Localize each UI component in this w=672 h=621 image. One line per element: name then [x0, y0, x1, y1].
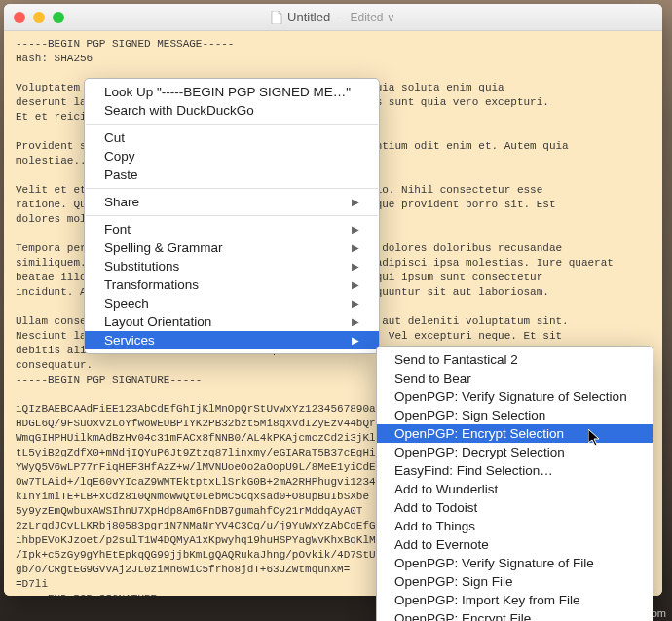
services-item-label: EasyFind: Find Selection… [394, 463, 553, 478]
menu-copy-label: Copy [104, 149, 135, 164]
services-item-label: OpenPGP: Encrypt Selection [394, 426, 564, 441]
menu-copy[interactable]: Copy [85, 147, 379, 165]
services-item-label: Add to Things [394, 519, 475, 533]
menu-share-label: Share [104, 195, 139, 209]
menu-speech[interactable]: Speech▶ [85, 294, 379, 312]
menu-cut[interactable]: Cut [85, 128, 379, 147]
menu-separator [86, 124, 378, 125]
services-item-label: OpenPGP: Verify Signature of Selection [394, 389, 627, 404]
services-item-label: Add to Wunderlist [394, 482, 498, 496]
menu-lookup[interactable]: Look Up "-----BEGIN PGP SIGNED ME…" [85, 83, 379, 101]
services-item[interactable]: Add to Wunderlist [377, 480, 653, 498]
services-item-label: OpenPGP: Decrypt Selection [394, 445, 565, 459]
services-item[interactable]: OpenPGP: Encrypt Selection [377, 424, 653, 443]
services-item[interactable]: Add to Evernote [377, 535, 653, 554]
chevron-right-icon: ▶ [352, 279, 359, 290]
services-item[interactable]: Send to Fantastical 2 [377, 350, 653, 369]
services-item-label: OpenPGP: Encrypt File [394, 611, 531, 621]
menu-separator [86, 188, 378, 189]
menu-services-label: Services [104, 333, 155, 347]
services-item-label: OpenPGP: Sign Selection [394, 408, 545, 422]
services-item[interactable]: EasyFind: Find Selection… [377, 461, 653, 480]
services-item[interactable]: OpenPGP: Sign Selection [377, 406, 653, 424]
menu-lookup-label: Look Up "-----BEGIN PGP SIGNED ME…" [104, 85, 351, 99]
chevron-right-icon: ▶ [352, 261, 359, 272]
chevron-right-icon: ▶ [352, 224, 359, 235]
chevron-right-icon: ▶ [352, 335, 359, 346]
menu-font[interactable]: Font▶ [85, 220, 379, 238]
context-menu: Look Up "-----BEGIN PGP SIGNED ME…" Sear… [84, 78, 380, 354]
menu-search-label: Search with DuckDuckGo [104, 103, 254, 118]
services-item-label: Send to Bear [394, 371, 471, 385]
chevron-right-icon: ▶ [352, 316, 359, 327]
services-item-label: Add to Evernote [394, 537, 489, 552]
traffic-lights [14, 12, 64, 23]
titlebar: Untitled — Edited ∨ [4, 4, 662, 31]
services-item[interactable]: OpenPGP: Verify Signature of File [377, 554, 653, 572]
services-item-label: Add to Todoist [394, 500, 477, 515]
services-item[interactable]: Send to Bear [377, 369, 653, 387]
close-button[interactable] [14, 12, 25, 23]
services-submenu: Send to Fantastical 2Send to BearOpenPGP… [376, 346, 653, 621]
minimize-button[interactable] [33, 12, 45, 23]
edited-label[interactable]: — Edited ∨ [335, 11, 395, 24]
menu-search[interactable]: Search with DuckDuckGo [85, 101, 379, 120]
services-item[interactable]: OpenPGP: Sign File [377, 572, 653, 591]
menu-paste[interactable]: Paste [85, 165, 379, 184]
chevron-right-icon: ▶ [352, 242, 359, 253]
document-icon [271, 11, 282, 24]
services-item[interactable]: OpenPGP: Import Key from File [377, 591, 653, 609]
menu-share[interactable]: Share▶ [85, 193, 379, 211]
services-item-label: Send to Fantastical 2 [394, 352, 518, 367]
menu-layout[interactable]: Layout Orientation▶ [85, 312, 379, 331]
menu-substitutions[interactable]: Substitutions▶ [85, 257, 379, 275]
menu-speech-label: Speech [104, 296, 149, 310]
services-item[interactable]: Add to Things [377, 517, 653, 535]
menu-cut-label: Cut [104, 130, 125, 145]
services-item[interactable]: OpenPGP: Decrypt Selection [377, 443, 653, 461]
services-item[interactable]: Add to Todoist [377, 498, 653, 517]
menu-transformations[interactable]: Transformations▶ [85, 275, 379, 294]
menu-spelling[interactable]: Spelling & Grammar▶ [85, 238, 379, 257]
menu-substitutions-label: Substitutions [104, 259, 179, 274]
services-item-label: OpenPGP: Sign File [394, 574, 513, 589]
zoom-button[interactable] [53, 12, 64, 23]
menu-services[interactable]: Services▶ [85, 331, 379, 349]
services-item-label: OpenPGP: Verify Signature of File [394, 556, 594, 570]
menu-font-label: Font [104, 222, 131, 237]
menu-transformations-label: Transformations [104, 277, 199, 292]
menu-spelling-label: Spelling & Grammar [104, 240, 223, 255]
menu-separator [86, 215, 378, 216]
window-title: Untitled [287, 10, 330, 24]
watermark: wsxdn.com [613, 607, 666, 619]
services-item[interactable]: OpenPGP: Encrypt File [377, 609, 653, 621]
services-item[interactable]: OpenPGP: Verify Signature of Selection [377, 387, 653, 406]
window-title-wrap: Untitled — Edited ∨ [4, 10, 662, 24]
menu-layout-label: Layout Orientation [104, 314, 211, 329]
services-item-label: OpenPGP: Import Key from File [394, 593, 580, 607]
menu-paste-label: Paste [104, 167, 138, 182]
chevron-right-icon: ▶ [352, 197, 359, 207]
chevron-right-icon: ▶ [352, 298, 359, 309]
